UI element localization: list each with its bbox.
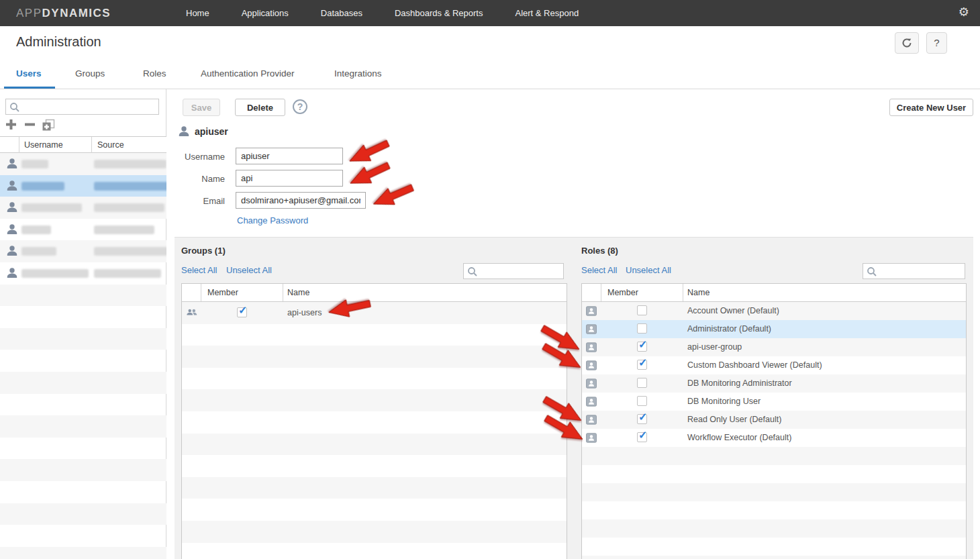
username-field[interactable] — [236, 148, 343, 164]
empty-row — [0, 285, 166, 307]
group-row[interactable]: api-users — [182, 302, 567, 324]
users-list-panel: Username Source — [0, 89, 166, 559]
groups-search-box — [463, 263, 564, 279]
groups-col-member: Member — [207, 284, 238, 301]
tab-authentication-provider[interactable]: Authentication Provider — [201, 68, 295, 79]
role-icon — [586, 415, 597, 425]
role-row[interactable]: DB Monitoring Administrator — [582, 374, 966, 393]
administration-screen: APPDYNAMICS HomeApplicationsDatabasesDas… — [0, 0, 980, 559]
user-list-row[interactable] — [0, 153, 166, 175]
empty-row — [182, 543, 567, 559]
add-user-icon[interactable] — [5, 119, 17, 130]
nav-items: HomeApplicationsDatabasesDashboards & Re… — [186, 0, 579, 26]
user-list-row[interactable] — [0, 197, 166, 219]
delete-button[interactable]: Delete — [235, 99, 285, 116]
empty-row — [182, 499, 567, 521]
search-icon — [467, 266, 478, 277]
member-checkbox[interactable] — [637, 414, 647, 424]
empty-row — [582, 538, 966, 556]
member-checkbox[interactable] — [637, 432, 647, 442]
email-field[interactable] — [236, 192, 366, 209]
remove-user-icon[interactable] — [24, 119, 36, 130]
groups-search-input[interactable] — [480, 264, 560, 278]
empty-row — [0, 306, 166, 328]
member-checkbox[interactable] — [637, 396, 647, 406]
role-name: api-user-group — [687, 338, 742, 356]
role-row[interactable]: Account Owner (Default) — [582, 302, 966, 320]
groups-title: Groups (1) — [181, 246, 226, 256]
member-checkbox[interactable] — [637, 360, 647, 370]
name-field[interactable] — [236, 170, 343, 187]
help-button[interactable]: ? — [926, 32, 947, 54]
empty-row — [182, 324, 567, 346]
refresh-button[interactable] — [895, 32, 919, 54]
role-row[interactable]: Workflow Executor (Default) — [582, 429, 966, 447]
redacted-source — [94, 269, 161, 278]
groups-select-all-link[interactable]: Select All — [181, 265, 217, 275]
empty-row — [182, 346, 567, 368]
nav-item-home[interactable]: Home — [186, 0, 209, 26]
nav-item-applications[interactable]: Applications — [242, 0, 289, 26]
role-icon — [586, 324, 597, 334]
page-header: Administration ? — [0, 26, 980, 64]
users-col-username: Username — [24, 137, 63, 153]
empty-row — [0, 459, 166, 481]
empty-row — [582, 483, 966, 501]
tab-integrations[interactable]: Integrations — [334, 68, 382, 79]
empty-row — [182, 477, 567, 499]
empty-row — [182, 521, 567, 543]
redacted-source — [94, 203, 164, 212]
active-tab-underline — [4, 87, 55, 89]
groups-table-header: Member Name — [182, 284, 567, 302]
roles-unselect-all-link[interactable]: Unselect All — [626, 265, 671, 275]
empty-row — [0, 438, 166, 460]
user-list-row[interactable] — [0, 175, 166, 197]
role-name: DB Monitoring Administrator — [687, 374, 792, 393]
users-table-header: Username Source — [0, 136, 166, 153]
member-checkbox[interactable] — [237, 307, 247, 317]
role-name: Read Only User (Default) — [687, 411, 781, 429]
tab-roles[interactable]: Roles — [143, 68, 166, 79]
roles-title: Roles (8) — [581, 246, 618, 256]
selected-user-name: apiuser — [195, 126, 228, 137]
tab-groups[interactable]: Groups — [75, 68, 105, 79]
help-circle-icon[interactable]: ? — [293, 99, 307, 114]
role-name: Workflow Executor (Default) — [687, 429, 791, 447]
gear-icon[interactable]: ⚙ — [959, 0, 969, 26]
member-checkbox[interactable] — [637, 378, 647, 388]
users-search-input[interactable] — [22, 100, 156, 113]
empty-row — [0, 394, 166, 416]
role-row[interactable]: Custom Dashboard Viewer (Default) — [582, 356, 966, 374]
copy-user-icon[interactable] — [42, 119, 55, 132]
role-row[interactable]: api-user-group — [582, 338, 966, 356]
change-password-link[interactable]: Change Password — [237, 215, 308, 225]
nav-item-databases[interactable]: Databases — [321, 0, 362, 26]
redacted-source — [94, 160, 166, 168]
redacted-username — [21, 160, 48, 168]
user-list-row[interactable] — [0, 240, 166, 262]
member-checkbox[interactable] — [637, 342, 647, 352]
create-new-user-button[interactable]: Create New User — [889, 99, 973, 116]
member-checkbox[interactable] — [637, 305, 647, 315]
logo-dynamics: DYNAMICS — [42, 7, 111, 19]
redacted-source — [94, 225, 154, 234]
role-row[interactable]: DB Monitoring User — [582, 393, 966, 411]
role-row[interactable]: Read Only User (Default) — [582, 411, 966, 429]
groups-table: Member Name api-users — [181, 283, 567, 559]
nav-item-dashboards-reports[interactable]: Dashboards & Reports — [395, 0, 483, 26]
member-checkbox[interactable] — [637, 323, 647, 334]
annotation-arrow-email-field — [368, 177, 417, 214]
user-list-row[interactable] — [0, 262, 166, 285]
role-name: Account Owner (Default) — [687, 302, 779, 320]
user-icon — [5, 244, 19, 258]
groups-unselect-all-link[interactable]: Unselect All — [226, 265, 272, 275]
roles-search-input[interactable] — [879, 264, 962, 278]
save-button[interactable]: Save — [183, 99, 220, 116]
search-icon — [9, 102, 20, 113]
appdynamics-logo[interactable]: APPDYNAMICS — [16, 0, 111, 26]
nav-item-alert-respond[interactable]: Alert & Respond — [515, 0, 579, 26]
roles-select-all-link[interactable]: Select All — [581, 265, 617, 275]
user-list-row[interactable] — [0, 219, 166, 241]
role-row[interactable]: Administrator (Default) — [582, 320, 966, 338]
tab-users[interactable]: Users — [16, 68, 42, 79]
